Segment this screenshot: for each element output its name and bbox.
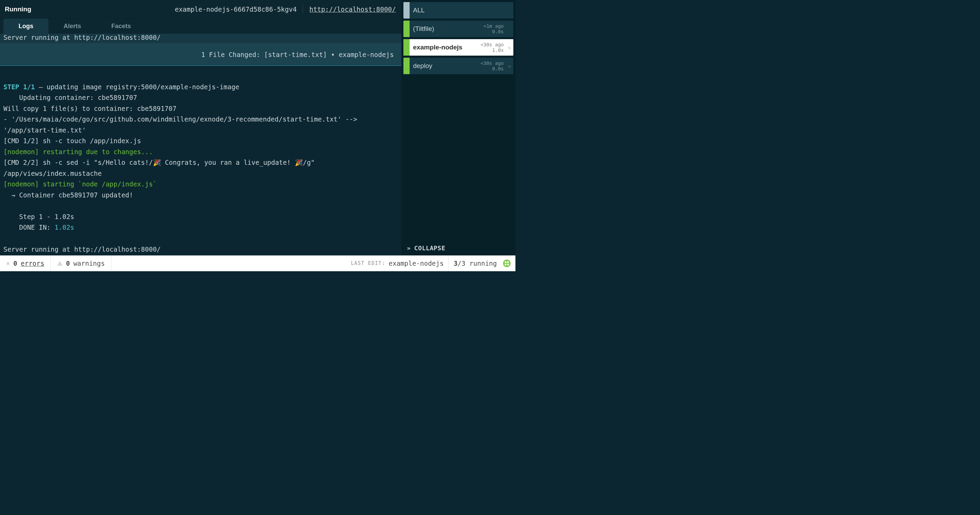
resource-status: Running (5, 5, 31, 13)
sidebar-item-all[interactable]: ALL (403, 2, 513, 19)
sidebar-item-times: <30s ago 0.0s (481, 60, 506, 71)
svg-rect-1 (507, 261, 509, 263)
sidebar-spacer (403, 76, 513, 238)
file-changed-text: 1 File Changed: [start-time.txt] • examp… (201, 51, 394, 59)
log-line: - '/Users/maia/code/go/src/github.com/wi… (3, 116, 361, 134)
sidebar-item-deploy[interactable]: deploy <30s ago 0.0s ↻ (403, 58, 513, 74)
app-shell: Running example-nodejs-6667d58c86-5kgv4 … (0, 0, 515, 255)
svg-rect-2 (505, 264, 506, 265)
build-ago: <1m ago (484, 23, 504, 29)
build-dur: 1.0s (492, 48, 504, 53)
log-done-label: DONE IN: (3, 223, 55, 231)
sidebar-item-label: ALL (410, 6, 513, 14)
endpoint-link[interactable]: http://localhost:8000/ (309, 5, 396, 13)
tab-logs[interactable]: Logs (3, 19, 48, 34)
sidebar-item-times: <1m ago 0.0s (484, 23, 506, 34)
collapse-label: COLLAPSE (414, 244, 445, 252)
running-count: 3 (453, 260, 457, 267)
last-edit-label: LAST EDIT: (351, 260, 385, 266)
errors-count: 0 (13, 260, 17, 267)
log-line: → Container cbe5891707 updated! (3, 191, 133, 199)
resource-sidebar: ALL (Tiltfile) <1m ago 0.0s example-node… (401, 0, 515, 255)
footer-spacer: LAST EDIT: example-nodejs (111, 255, 449, 271)
status-bar (403, 39, 410, 55)
warnings-label: warnings (73, 260, 105, 267)
running-total: /3 running (458, 260, 497, 267)
log-previous-line: Server running at http://localhost:8000/ (0, 34, 401, 43)
warnings-count: 0 (66, 260, 70, 267)
log-line: Updating container: cbe5891707 (3, 94, 137, 101)
tilt-logo-icon[interactable] (503, 260, 511, 267)
log-step-rest: — updating image registry:5000/example-n… (35, 83, 240, 90)
chevron-right-icon: » (407, 244, 410, 252)
log-line: Server running at http://localhost:8000/ (3, 246, 161, 253)
log-line: Step 1 - 1.02s (3, 213, 74, 220)
header-divider (303, 5, 303, 14)
tab-alerts[interactable]: Alerts (48, 19, 96, 34)
warnings-cell[interactable]: 0 warnings (51, 255, 111, 271)
file-changed-banner: 1 File Changed: [start-time.txt] • examp… (0, 43, 401, 66)
header-bar: Running example-nodejs-6667d58c86-5kgv4 … (0, 0, 401, 19)
tab-strip: Logs Alerts Facets (0, 19, 401, 34)
last-edit-value: example-nodejs (389, 260, 444, 267)
sidebar-item-example-nodejs[interactable]: example-nodejs <30s ago 1.0s ↻ (403, 39, 513, 55)
svg-rect-3 (507, 264, 509, 265)
build-dur: 0.0s (492, 66, 504, 71)
status-bar (403, 2, 410, 19)
log-line: [CMD 2/2] sh -c sed -i "s/Hello cats!/🎉 … (3, 158, 318, 177)
reload-icon[interactable]: ↻ (506, 63, 513, 69)
errors-cell[interactable]: ✖ 0 errors (0, 255, 51, 271)
header-meta: example-nodejs-6667d58c86-5kgv4 http://l… (175, 5, 396, 14)
pod-name: example-nodejs-6667d58c86-5kgv4 (175, 5, 297, 13)
build-ago: <30s ago (481, 42, 504, 48)
warning-icon (57, 261, 62, 266)
sidebar-item-tiltfile[interactable]: (Tiltfile) <1m ago 0.0s (403, 21, 513, 37)
running-cell: 3/3 running (449, 255, 515, 271)
log-line-nodemon: [nodemon] restarting due to changes... (3, 148, 153, 155)
sidebar-item-label: deploy (410, 62, 481, 70)
tab-facets[interactable]: Facets (96, 19, 146, 34)
log-pane[interactable]: STEP 1/1 — updating image registry:5000/… (0, 66, 401, 255)
error-icon: ✖ (6, 260, 10, 267)
log-step-label: STEP 1/1 (3, 83, 35, 90)
main-column: Running example-nodejs-6667d58c86-5kgv4 … (0, 0, 401, 255)
status-bar (403, 21, 410, 37)
log-line: [CMD 1/2] sh -c touch /app/index.js (3, 137, 141, 144)
svg-rect-0 (505, 261, 506, 263)
collapse-button[interactable]: » COLLAPSE (403, 240, 513, 255)
build-ago: <30s ago (481, 60, 504, 66)
status-bar (403, 58, 410, 74)
build-dur: 0.0s (492, 29, 504, 34)
reload-icon[interactable]: ↻ (506, 45, 513, 50)
sidebar-item-label: (Tiltfile) (410, 25, 484, 33)
log-line-nodemon: [nodemon] starting `node /app/index.js` (3, 180, 157, 188)
log-line: Will copy 1 file(s) to container: cbe589… (3, 105, 176, 112)
status-footer: ✖ 0 errors 0 warnings LAST EDIT: example… (0, 255, 515, 271)
sidebar-item-label: example-nodejs (410, 44, 481, 51)
errors-label[interactable]: errors (21, 260, 45, 267)
log-done-time: 1.02s (55, 223, 74, 231)
sidebar-item-times: <30s ago 1.0s (481, 42, 506, 53)
tilt-logo-svg (505, 261, 509, 265)
